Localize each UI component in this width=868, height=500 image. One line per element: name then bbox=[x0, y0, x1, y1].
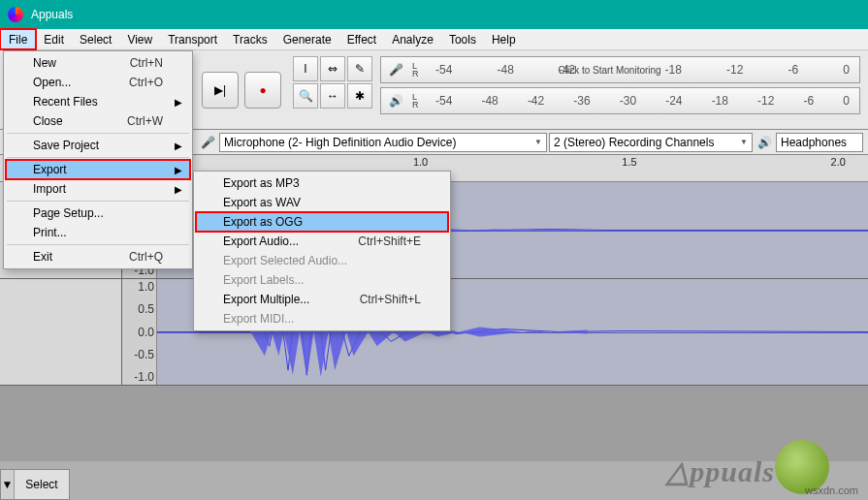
submenu-arrow-icon: ▶ bbox=[175, 165, 182, 175]
play-meter-ticks: -54-48-42 -36-30-24 -18-12-6 0 bbox=[432, 88, 853, 113]
file-dropdown-menu: NewCtrl+N Open...Ctrl+O Recent Files▶ Cl… bbox=[3, 50, 193, 269]
file-import[interactable]: Import▶ bbox=[6, 179, 190, 199]
export-midi: Export MIDI... bbox=[196, 309, 448, 328]
submenu-arrow-icon: ▶ bbox=[175, 97, 182, 108]
file-exit[interactable]: ExitCtrl+Q bbox=[6, 247, 190, 266]
export-mp3[interactable]: Export as MP3 bbox=[196, 173, 448, 193]
input-device-select[interactable]: Microphone (2- High Definition Audio Dev… bbox=[219, 133, 547, 152]
output-device-value: Headphones bbox=[781, 136, 847, 149]
tools-toolbar: I ⇔ ✎ 🔍 ↔ ✱ bbox=[289, 50, 376, 129]
menu-generate[interactable]: Generate bbox=[275, 29, 339, 49]
menubar: File Edit Select View Transport Tracks G… bbox=[0, 29, 868, 50]
chevron-down-icon: ▼ bbox=[2, 478, 14, 491]
channels-select[interactable]: 2 (Stereo) Recording Channels ▼ bbox=[549, 133, 753, 152]
export-ogg[interactable]: Export as OGG bbox=[196, 212, 448, 232]
export-submenu: Export as MP3 Export as WAV Export as OG… bbox=[193, 171, 451, 331]
menu-effect[interactable]: Effect bbox=[339, 29, 384, 49]
menu-view[interactable]: View bbox=[119, 29, 160, 49]
export-selected: Export Selected Audio... bbox=[196, 251, 448, 270]
envelope-tool[interactable]: ⇔ bbox=[320, 56, 345, 81]
file-save-project[interactable]: Save Project▶ bbox=[6, 136, 190, 155]
microphone-icon: 🎤 bbox=[387, 63, 404, 77]
envelope-icon: ⇔ bbox=[328, 62, 338, 76]
timeshift-icon: ↔ bbox=[327, 89, 338, 103]
select-button[interactable]: Select bbox=[15, 478, 69, 491]
menu-tracks[interactable]: Tracks bbox=[225, 29, 275, 49]
draw-tool[interactable]: ✎ bbox=[347, 56, 372, 81]
ibeam-icon: I bbox=[304, 62, 306, 76]
vertical-scale: 1.0 0.5 0.0 -0.5 -1.0 bbox=[122, 279, 157, 385]
skip-end-button[interactable]: ▶| bbox=[202, 72, 239, 109]
selection-bar: ▼ Select bbox=[0, 469, 70, 500]
pencil-icon: ✎ bbox=[355, 62, 365, 76]
menu-tools[interactable]: Tools bbox=[441, 29, 484, 49]
channels-value: 2 (Stereo) Recording Channels bbox=[554, 136, 714, 149]
menu-transport[interactable]: Transport bbox=[160, 29, 225, 49]
appuals-watermark: △ppuals bbox=[666, 454, 775, 488]
ruler-tick: 2.0 bbox=[831, 156, 846, 168]
zoom-tool[interactable]: 🔍 bbox=[293, 83, 318, 109]
rec-meter-hint: Click to Start Monitoring bbox=[559, 65, 661, 76]
export-multiple[interactable]: Export Multiple...Ctrl+Shift+L bbox=[196, 290, 448, 309]
site-watermark: wsxdn.com bbox=[805, 484, 858, 496]
ruler-tick: 1.0 bbox=[413, 156, 428, 168]
selection-dropdown-button[interactable]: ▼ bbox=[1, 470, 15, 499]
menu-analyze[interactable]: Analyze bbox=[384, 29, 441, 49]
file-page-setup[interactable]: Page Setup... bbox=[6, 203, 190, 223]
recording-meter[interactable]: 🎤 L R -54-48-42 -18-12-60 Click to Start… bbox=[380, 56, 860, 83]
submenu-arrow-icon: ▶ bbox=[175, 184, 182, 195]
export-labels: Export Labels... bbox=[196, 270, 448, 290]
app-logo-icon bbox=[8, 7, 23, 22]
meter-lr-label: L R bbox=[412, 62, 424, 78]
export-wav[interactable]: Export as WAV bbox=[196, 193, 448, 212]
chevron-down-icon: ▼ bbox=[740, 138, 748, 146]
output-device-select[interactable]: Headphones bbox=[776, 133, 863, 152]
file-close[interactable]: CloseCtrl+W bbox=[6, 111, 190, 131]
file-open[interactable]: Open...Ctrl+O bbox=[6, 73, 190, 92]
ruler-tick: 1.5 bbox=[622, 156, 636, 168]
track-panel[interactable] bbox=[0, 279, 122, 385]
file-print[interactable]: Print... bbox=[6, 223, 190, 242]
menu-file[interactable]: File bbox=[0, 29, 36, 49]
mic-device-icon: 🎤 bbox=[198, 136, 217, 149]
transport-toolbar: ▶| ● bbox=[194, 50, 289, 129]
meters: 🎤 L R -54-48-42 -18-12-60 Click to Start… bbox=[376, 50, 868, 129]
multi-tool[interactable]: ✱ bbox=[347, 83, 372, 109]
playback-meter[interactable]: 🔊 L R -54-48-42 -36-30-24 -18-12-6 0 bbox=[380, 87, 860, 114]
chevron-down-icon: ▼ bbox=[534, 138, 542, 146]
timeshift-tool[interactable]: ↔ bbox=[320, 83, 345, 109]
speaker-device-icon: 🔊 bbox=[755, 136, 774, 149]
file-recent[interactable]: Recent Files▶ bbox=[6, 92, 190, 111]
record-icon: ● bbox=[259, 83, 266, 97]
record-button[interactable]: ● bbox=[244, 72, 281, 109]
menu-help[interactable]: Help bbox=[484, 29, 524, 49]
menu-select[interactable]: Select bbox=[72, 29, 119, 49]
submenu-arrow-icon: ▶ bbox=[175, 141, 182, 151]
zoom-icon: 🔍 bbox=[299, 89, 313, 103]
multi-icon: ✱ bbox=[355, 89, 365, 103]
export-audio[interactable]: Export Audio...Ctrl+Shift+E bbox=[196, 232, 448, 251]
titlebar: Appuals bbox=[0, 0, 868, 29]
file-export[interactable]: Export▶ bbox=[6, 160, 190, 179]
selection-tool[interactable]: I bbox=[293, 56, 318, 81]
skip-end-icon: ▶| bbox=[214, 83, 226, 97]
menu-edit[interactable]: Edit bbox=[36, 29, 72, 49]
speaker-icon: 🔊 bbox=[387, 94, 404, 108]
window-title: Appuals bbox=[31, 8, 73, 21]
file-new[interactable]: NewCtrl+N bbox=[6, 53, 190, 73]
input-device-value: Microphone (2- High Definition Audio Dev… bbox=[224, 136, 456, 149]
meter-lr-label-2: L R bbox=[412, 93, 424, 109]
